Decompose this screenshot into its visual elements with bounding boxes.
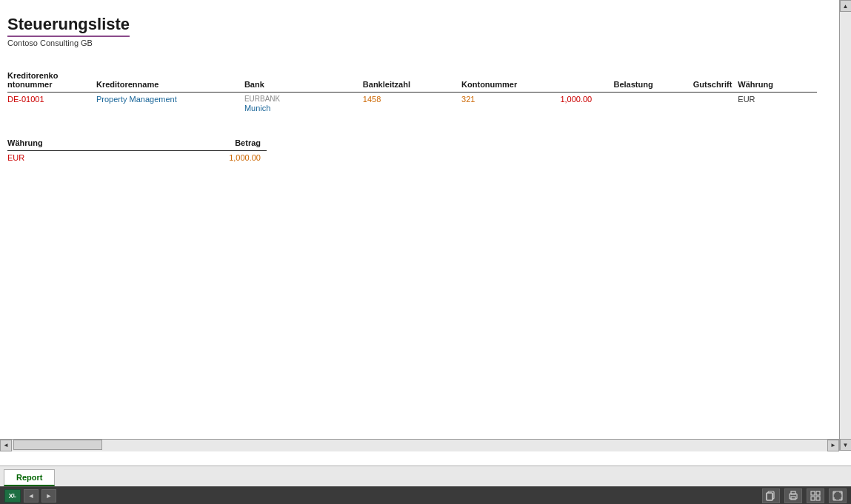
- scroll-up-button[interactable]: ▲: [840, 0, 852, 12]
- cell-waehrung: EUR: [738, 93, 817, 115]
- scrollbar-horizontal[interactable]: ◄ ►: [0, 439, 839, 451]
- svg-rect-10: [833, 491, 842, 500]
- svg-rect-5: [791, 497, 795, 500]
- scroll-track-horizontal[interactable]: [12, 440, 827, 451]
- th-bankleitzahl: Bankleitzahl: [363, 70, 461, 93]
- report-title: Steuerungsliste: [7, 15, 130, 37]
- excel-icon: X L: [4, 489, 21, 503]
- svg-rect-4: [791, 491, 795, 494]
- th-gutschrift: Gutschrift: [659, 70, 738, 93]
- scroll-right-button[interactable]: ►: [827, 440, 839, 451]
- cell-kontonummer: DE-01001: [7, 93, 96, 115]
- th-waehrung: Währung: [738, 70, 817, 93]
- summary-cell-betrag: 1,000.00: [156, 151, 267, 165]
- svg-rect-7: [816, 491, 820, 495]
- scrollbar-vertical[interactable]: ▲ ▼: [839, 0, 851, 451]
- th-bank: Bank: [244, 70, 363, 93]
- cell-gutschrift: [659, 93, 738, 115]
- th-kontonummer-col: Kontonummer: [461, 70, 560, 93]
- nav-grid-icon[interactable]: [807, 488, 824, 503]
- nav-expand-icon[interactable]: [829, 488, 847, 503]
- nav-next-button[interactable]: ►: [41, 489, 56, 503]
- scroll-track-vertical[interactable]: [840, 12, 852, 439]
- main-window: ▲ ▼ ◄ ► Steuerungsliste Contoso Consulti…: [0, 0, 851, 504]
- cell-bankleitzahl: 1458: [363, 93, 461, 115]
- svg-rect-8: [811, 497, 815, 500]
- cell-kreditorenname: Property Management: [96, 93, 244, 115]
- cell-bank: EURBANK Munich: [244, 93, 363, 115]
- report-area: ▲ ▼ ◄ ► Steuerungsliste Contoso Consulti…: [0, 0, 851, 466]
- th-summary-betrag: Betrag: [156, 137, 267, 151]
- cell-belastung: 1,000.00: [560, 93, 658, 115]
- tab-bar: Report: [0, 466, 851, 486]
- table-row: DE-01001 Property Management EURBANK Mun…: [7, 93, 817, 115]
- content-area: Steuerungsliste Contoso Consulting GB Kr…: [0, 0, 839, 439]
- scroll-down-button[interactable]: ▼: [840, 439, 852, 451]
- company-name: Contoso Consulting GB: [7, 38, 817, 47]
- svg-rect-1: [767, 493, 772, 500]
- main-table: Kreditorenko ntonummer Kreditorenname Ba…: [7, 70, 817, 115]
- th-belastung: Belastung: [560, 70, 658, 93]
- nav-prev-button[interactable]: ◄: [24, 489, 39, 503]
- cell-kontonummer-val: 321: [461, 93, 560, 115]
- th-kreditorenname: Kreditorenname: [96, 70, 244, 93]
- summary-table: Währung Betrag EUR 1,000.00: [7, 137, 267, 164]
- bank-partial: EURBANK: [244, 95, 357, 103]
- nav-print-icon[interactable]: [784, 488, 802, 503]
- scroll-left-button[interactable]: ◄: [0, 440, 12, 451]
- svg-rect-9: [816, 497, 820, 500]
- svg-rect-6: [811, 491, 815, 495]
- nav-copy-icon[interactable]: [762, 488, 780, 503]
- summary-header-row: Währung Betrag: [7, 137, 267, 151]
- summary-cell-waehrung: EUR: [7, 151, 156, 165]
- scroll-thumb-horizontal[interactable]: [13, 440, 102, 450]
- th-kontonummer: Kreditorenko ntonummer: [7, 70, 96, 93]
- bank-name: Munich: [244, 104, 270, 112]
- summary-row: EUR 1,000.00: [7, 151, 267, 165]
- table-header-row: Kreditorenko ntonummer Kreditorenname Ba…: [7, 70, 817, 93]
- nav-bar: X L ◄ ►: [0, 486, 851, 504]
- nav-icons-right: [762, 488, 847, 503]
- th-summary-waehrung: Währung: [7, 137, 156, 151]
- tab-report[interactable]: Report: [4, 469, 55, 486]
